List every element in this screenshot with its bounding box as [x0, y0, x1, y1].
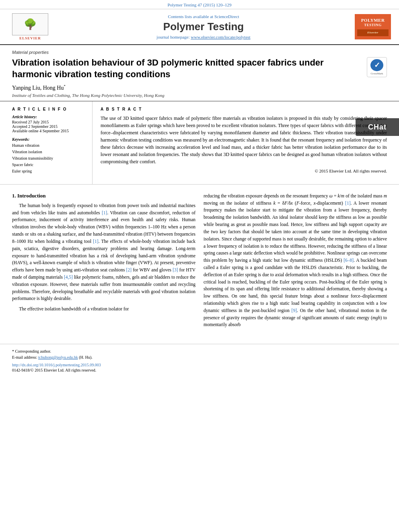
tree-icon: 🌳: [24, 19, 37, 30]
keyword-1: Human vibration: [12, 142, 86, 149]
affiliation: Institute of Textiles and Clothing, The …: [12, 93, 387, 98]
article-section: Material properties Vibration isolation …: [0, 45, 399, 101]
elsevier-logo-image: 🌳: [12, 13, 48, 35]
ref-9[interactable]: [9]: [292, 308, 297, 313]
journal-title: Polymer Testing: [59, 21, 348, 33]
ref-6-8[interactable]: [6–8]: [343, 258, 354, 263]
doi-link[interactable]: http://dx.doi.org/10.1016/j.polymertesti…: [12, 363, 387, 367]
keywords-list: Human vibration Vibration isolation Vibr…: [12, 142, 86, 175]
keyword-4: Spacer fabric: [12, 162, 86, 168]
ref-2[interactable]: [2]: [126, 267, 132, 272]
badge-logo: Elsevier: [357, 29, 389, 36]
history-label: Article history:: [12, 115, 86, 119]
crossmark-badge[interactable]: ✓ CrossMark: [367, 57, 387, 77]
abstract-title: A B S T R A C T: [101, 107, 387, 111]
elsevier-brand: ELSEVIER: [19, 36, 41, 40]
right-body: reducing the vibration exposure depends …: [204, 193, 387, 329]
email-note: (H. Hu).: [79, 355, 93, 359]
received-date: Received 27 July 2015: [12, 120, 86, 124]
right-para-1: reducing the vibration exposure depends …: [204, 193, 387, 329]
main-content: 1. Introduction The human body is freque…: [0, 185, 399, 340]
homepage-link: journal homepage: www.elsevier.com/locat…: [59, 35, 348, 39]
article-title-row: Vibration isolation behaviour of 3D poly…: [12, 57, 387, 80]
chat-button[interactable]: CHat: [356, 118, 399, 136]
corresponding-author-label: * Corresponding author.: [12, 349, 51, 353]
intro-para-1: The human body is frequently exposed to …: [12, 202, 195, 302]
journal-badge-area: POLYMER TESTING Elsevier: [355, 14, 391, 39]
elsevier-logo: 🌳 ELSEVIER: [8, 13, 52, 40]
ref-3[interactable]: [3]: [173, 267, 178, 272]
keyword-2: Vibration isolation: [12, 149, 86, 155]
keyword-5: Euler spring: [12, 168, 86, 175]
available-date: Available online 4 September 2015: [12, 129, 86, 133]
left-column: 1. Introduction The human body is freque…: [12, 193, 195, 332]
introduction-body: The human body is frequently exposed to …: [12, 202, 195, 313]
crossmark-icon: ✓: [370, 59, 383, 71]
info-abstract-row: A R T I C L E I N F O Article history: R…: [0, 101, 399, 185]
email-label: E-mail address:: [12, 355, 37, 359]
abstract-section: A B S T R A C T The use of 3D knitted sp…: [101, 101, 387, 184]
journal-center: Contents lists available at ScienceDirec…: [59, 14, 348, 39]
article-history: Article history: Received 27 July 2015 A…: [12, 115, 86, 133]
ref-1[interactable]: [1]: [102, 210, 107, 215]
article-category: Material properties: [12, 50, 387, 55]
authors-line: Yanping Liu, Hong Hu*: [12, 84, 387, 91]
keyword-3: Vibration transmissibility: [12, 155, 86, 162]
copyright-line: © 2015 Elsevier Ltd. All rights reserved…: [101, 168, 387, 173]
introduction-heading: 1. Introduction: [12, 193, 195, 199]
abstract-text: The use of 3D knitted spacer fabrics mad…: [101, 115, 387, 165]
accepted-date: Accepted 2 September 2015: [12, 124, 86, 129]
journal-citation: Polymer Testing 47 (2015) 120–129: [167, 2, 231, 7]
article-title: Vibration isolation behaviour of 3D poly…: [12, 57, 359, 80]
ref-4-5[interactable]: [4,5]: [64, 275, 73, 279]
issn-line: 0142-9418/© 2015 Elsevier Ltd. All right…: [12, 368, 387, 372]
keywords-section: Keywords: Human vibration Vibration isol…: [12, 137, 86, 175]
article-info: A R T I C L E I N F O Article history: R…: [12, 101, 93, 184]
keywords-label: Keywords:: [12, 137, 86, 142]
polymer-testing-badge: POLYMER TESTING Elsevier: [355, 14, 391, 39]
ref-1b[interactable]: [1]: [93, 239, 98, 244]
right-column: reducing the vibration exposure depends …: [204, 193, 387, 332]
email-link[interactable]: tchuhong@polyu.edu.hk: [38, 355, 78, 359]
footnote-text: * Corresponding author. E-mail address: …: [12, 348, 387, 360]
ref-r1[interactable]: [1]: [345, 201, 350, 205]
homepage-url[interactable]: www.elsevier.com/locate/polytest: [191, 35, 250, 39]
intro-para-2: The effective isolation bandwidth of a v…: [12, 306, 195, 313]
crossmark-label: CrossMark: [370, 72, 383, 75]
journal-header: 🌳 ELSEVIER Contents lists available at S…: [0, 9, 399, 45]
article-info-title: A R T I C L E I N F O: [12, 107, 86, 111]
footer-section: * Corresponding author. E-mail address: …: [0, 344, 399, 376]
sciencedirect-text: Contents lists available at ScienceDirec…: [59, 14, 348, 19]
top-bar: Polymer Testing 47 (2015) 120–129: [0, 0, 399, 9]
